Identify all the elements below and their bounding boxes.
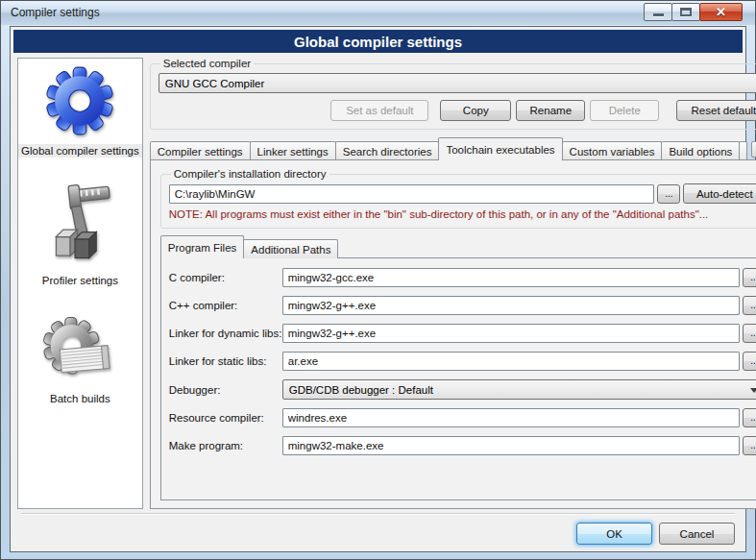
tab-program-files[interactable]: Program Files	[160, 235, 245, 258]
field-row-c-compiler: C compiler: ...	[169, 268, 756, 287]
auto-detect-button[interactable]: Auto-detect	[683, 183, 756, 204]
maximize-button[interactable]	[671, 3, 700, 21]
page-title: Global compiler settings	[13, 30, 743, 53]
tab-toolchain-executables[interactable]: Toolchain executables	[438, 137, 562, 160]
set-as-default-button[interactable]: Set as default	[330, 100, 428, 121]
sidebar-item-global-compiler-settings[interactable]: Global compiler settings	[18, 66, 142, 158]
close-button[interactable]: ✕	[699, 3, 743, 21]
field-row-dynamic-linker: Linker for dynamic libs: ...	[169, 324, 756, 343]
delete-button[interactable]: Delete	[590, 100, 659, 121]
tab-custom-variables[interactable]: Custom variables	[562, 141, 663, 160]
field-row-debugger: Debugger: GDB/CDB debugger : Default	[169, 379, 756, 400]
main-panel: Selected compiler GNU GCC Compiler Set a…	[150, 58, 756, 509]
toolchain-executables-page: Compiler's installation directory ... Au…	[150, 159, 756, 509]
tab-additional-paths[interactable]: Additional Paths	[243, 239, 338, 258]
static-linker-browse-button[interactable]: ...	[743, 352, 756, 371]
field-row-cpp-compiler: C++ compiler: ...	[169, 296, 756, 315]
installation-directory-group-label: Compiler's installation directory	[171, 168, 329, 180]
dialog-footer: OK Cancel	[13, 511, 743, 548]
c-compiler-label: C compiler:	[169, 272, 282, 283]
bin-subdirectory-note: NOTE: All programs must exist either in …	[169, 208, 756, 220]
compiler-settings-window: Compiler settings ✕ Global compiler sett…	[0, 0, 756, 560]
selected-compiler-group-label: Selected compiler	[160, 58, 254, 69]
installation-directory-input[interactable]	[169, 184, 655, 204]
tab-scroll-buttons	[750, 141, 756, 158]
sidebar-item-label: Profiler settings	[39, 274, 121, 287]
selected-compiler-value: GNU GCC Compiler	[165, 78, 265, 89]
window-controls: ✕	[645, 3, 743, 21]
reset-defaults-button[interactable]: Reset defaults	[676, 100, 756, 121]
cancel-button[interactable]: Cancel	[659, 523, 735, 545]
dialog-client-area: Global compiler settings	[10, 26, 746, 552]
c-compiler-input[interactable]	[282, 268, 741, 287]
gray-gear-stack-icon	[42, 316, 117, 387]
tab-scroll-left-button[interactable]	[751, 141, 756, 158]
caliper-icon	[41, 183, 118, 269]
ok-button[interactable]: OK	[576, 523, 652, 545]
debugger-label: Debugger:	[169, 384, 282, 396]
sidebar-item-profiler-settings[interactable]: Profiler settings	[39, 183, 121, 287]
resource-compiler-input[interactable]	[282, 408, 741, 427]
close-icon: ✕	[716, 6, 726, 18]
dynamic-linker-input[interactable]	[282, 324, 741, 343]
sidebar-item-label: Batch builds	[47, 392, 113, 405]
selected-compiler-group: Selected compiler GNU GCC Compiler Set a…	[150, 58, 756, 130]
dynamic-linker-browse-button[interactable]: ...	[743, 324, 756, 343]
program-files-page: C compiler: ... C++ compiler: ... Linker…	[160, 257, 756, 500]
maximize-icon	[680, 8, 692, 16]
dynamic-linker-label: Linker for dynamic libs:	[169, 328, 282, 339]
sidebar-item-label: Global compiler settings	[18, 144, 142, 158]
make-program-input[interactable]	[282, 436, 741, 455]
window-title: Compiler settings	[11, 6, 100, 19]
debugger-value: GDB/CDB debugger : Default	[289, 384, 433, 396]
rename-button[interactable]: Rename	[516, 100, 585, 121]
chevron-down-icon	[750, 388, 756, 393]
compiler-actions-row: Set as default Copy Rename Delete Reset …	[159, 100, 756, 121]
installation-directory-group: Compiler's installation directory ... Au…	[160, 168, 756, 229]
resource-compiler-browse-button[interactable]: ...	[743, 408, 756, 427]
tab-linker-settings[interactable]: Linker settings	[250, 141, 336, 160]
tab-clipped[interactable]	[739, 141, 747, 160]
make-program-label: Make program:	[169, 440, 282, 451]
debugger-dropdown[interactable]: GDB/CDB debugger : Default	[282, 379, 756, 400]
static-linker-label: Linker for static libs:	[169, 355, 282, 367]
copy-button[interactable]: Copy	[440, 100, 511, 121]
field-row-static-linker: Linker for static libs: ...	[169, 352, 756, 371]
browse-directory-button[interactable]: ...	[657, 184, 680, 204]
program-files-tabstrip: Program Files Additional Paths	[160, 236, 756, 258]
minimize-icon	[653, 13, 664, 16]
sidebar-item-batch-builds[interactable]: Batch builds	[42, 316, 117, 405]
blue-gear-icon	[45, 66, 114, 139]
resource-compiler-label: Resource compiler:	[169, 412, 282, 424]
field-row-make-program: Make program: ...	[169, 436, 756, 455]
make-program-browse-button[interactable]: ...	[743, 436, 756, 455]
field-row-resource-compiler: Resource compiler: ...	[169, 408, 756, 427]
cpp-compiler-input[interactable]	[282, 296, 741, 315]
compiler-settings-tabstrip: Compiler settings Linker settings Search…	[150, 137, 756, 160]
cpp-compiler-browse-button[interactable]: ...	[743, 296, 756, 315]
selected-compiler-dropdown[interactable]: GNU GCC Compiler	[159, 73, 756, 93]
settings-category-sidebar: Global compiler settings	[17, 58, 143, 509]
tab-compiler-settings[interactable]: Compiler settings	[150, 141, 251, 160]
c-compiler-browse-button[interactable]: ...	[743, 268, 756, 287]
tab-search-directories[interactable]: Search directories	[335, 141, 440, 160]
static-linker-input[interactable]	[282, 352, 741, 371]
titlebar[interactable]: Compiler settings ✕	[1, 1, 755, 25]
minimize-button[interactable]	[644, 3, 672, 21]
tab-build-options[interactable]: Build options	[661, 141, 740, 160]
cpp-compiler-label: C++ compiler:	[169, 300, 282, 311]
